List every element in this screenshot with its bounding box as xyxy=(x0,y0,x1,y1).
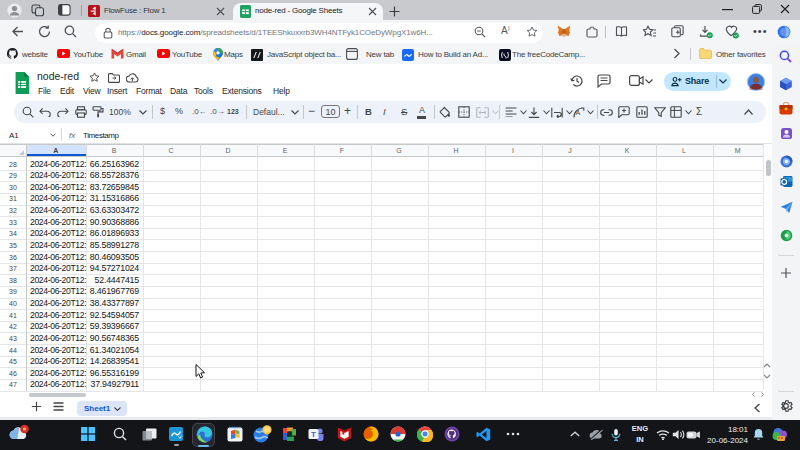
svg-text:A: A xyxy=(576,109,581,116)
svg-text:T: T xyxy=(311,430,316,439)
